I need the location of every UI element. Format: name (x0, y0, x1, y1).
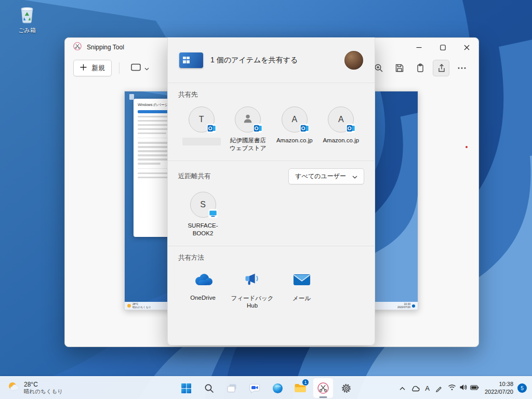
new-snip-button[interactable]: 新規 (73, 60, 112, 76)
nearby-device[interactable]: S SURFACE- BOOK2 (178, 192, 228, 237)
new-snip-label: 新規 (91, 63, 105, 73)
device-name: SURFACE- BOOK2 (188, 222, 218, 237)
outlook-badge-icon (346, 124, 355, 133)
preview-weather-icon (127, 304, 131, 308)
copy-button[interactable] (412, 60, 429, 76)
share-contact[interactable]: A Amazon.co.jp (271, 107, 318, 152)
share-header: 1 個のアイテムを共有する (168, 37, 375, 83)
snipping-tool-app-icon (73, 42, 82, 52)
search-button[interactable] (198, 378, 219, 398)
explorer-notification-badge: 1 (302, 379, 309, 386)
toolbar-divider (119, 62, 119, 74)
contact-avatar: T (189, 107, 215, 132)
contact-avatar: A (282, 107, 308, 132)
maximize-button[interactable] (431, 38, 455, 57)
ime-indicator[interactable]: A (422, 379, 432, 397)
notification-badge[interactable]: 5 (517, 383, 527, 393)
chevron-down-icon (352, 173, 357, 180)
network-volume-battery-group[interactable] (445, 379, 482, 397)
mail-icon (293, 270, 311, 289)
windows-logo-icon (183, 57, 190, 63)
contact-avatar: A (328, 107, 354, 132)
edge-button[interactable] (267, 378, 288, 398)
plus-icon (80, 64, 87, 72)
more-options-button[interactable] (454, 60, 470, 76)
active-app-indicator (320, 396, 327, 398)
nearby-share-label: 近距離共有 (178, 172, 211, 181)
settings-button[interactable] (336, 378, 356, 398)
save-button[interactable] (391, 60, 408, 76)
minimize-button[interactable] (407, 38, 431, 57)
snip-mode-button[interactable] (127, 60, 153, 76)
share-to-section: 共有先 T (168, 83, 375, 161)
share-to-label: 共有先 (178, 90, 364, 99)
wifi-icon (448, 383, 456, 393)
contact-name: Amazon.co.jp (323, 137, 359, 152)
start-button[interactable] (176, 378, 196, 398)
share-flyout: 1 個のアイテムを共有する 共有先 T (167, 37, 375, 345)
file-explorer-button[interactable]: 1 (290, 378, 311, 398)
outlook-badge-icon (300, 124, 309, 133)
recycle-bin-icon (17, 17, 37, 25)
share-contact[interactable]: A Amazon.co.jp (318, 107, 365, 152)
share-app-onedrive[interactable]: OneDrive (178, 270, 228, 309)
pen-tray-icon[interactable] (432, 379, 445, 397)
share-button[interactable] (433, 60, 449, 76)
contact-avatar (235, 107, 261, 132)
outlook-badge-icon (253, 124, 262, 133)
clock-date: 2022/07/20 (485, 388, 513, 396)
device-avatar: S (190, 192, 216, 218)
taskbar-clock[interactable]: 10:38 2022/07/20 (485, 380, 513, 396)
share-contact[interactable]: 紀伊國屋書店 ウェブストア (225, 107, 272, 152)
share-app-feedback-hub[interactable]: フィードバック Hub (228, 270, 277, 309)
rectangle-select-icon (131, 63, 141, 73)
contact-name-redacted (182, 138, 221, 145)
share-via-section: 共有方法 OneDrive (168, 246, 375, 317)
contact-name: Amazon.co.jp (276, 137, 313, 152)
preview-clock: 10:33 2022/07/20 (397, 303, 415, 309)
weather-temp: 28°C (24, 381, 63, 388)
preview-recycle-bin-icon (129, 94, 134, 100)
clock-time: 10:38 (485, 380, 513, 388)
contact-name: 紀伊國屋書店 ウェブストア (230, 137, 267, 152)
red-annotation-dot (466, 146, 468, 148)
device-badge-icon (208, 209, 218, 218)
nearby-share-section: 近距離共有 すべてのユーザー S (168, 161, 375, 246)
user-avatar[interactable] (344, 51, 363, 70)
weather-widget[interactable]: 28°C 晴れのちくもり (2, 378, 68, 398)
taskbar-center: 1 (176, 378, 356, 398)
weather-desc: 晴れのちくもり (24, 388, 63, 395)
share-app-mail[interactable]: メール (277, 270, 326, 309)
task-view-button[interactable] (221, 378, 242, 398)
preview-notification-badge (412, 304, 415, 308)
share-via-label: 共有方法 (178, 254, 364, 262)
person-icon (242, 113, 254, 126)
volume-icon (459, 383, 467, 393)
recycle-bin[interactable]: ごみ箱 (14, 4, 41, 34)
system-tray: A (396, 378, 532, 398)
tray-expand-button[interactable] (396, 379, 408, 397)
share-item-thumbnail (179, 52, 203, 68)
share-title: 1 個のアイテムを共有する (210, 56, 337, 65)
onedrive-tray-icon[interactable] (408, 379, 422, 397)
taskbar: 28°C 晴れのちくもり (0, 376, 532, 399)
onedrive-icon (193, 270, 214, 289)
chevron-down-icon (144, 63, 149, 73)
chat-button[interactable] (244, 378, 265, 398)
battery-icon (470, 383, 479, 393)
share-contact[interactable]: T (178, 107, 225, 152)
preview-weather-widget: 28°C 晴れのちくもり (127, 303, 151, 309)
close-button[interactable] (455, 38, 478, 57)
nearby-filter-dropdown[interactable]: すべてのユーザー (288, 168, 364, 184)
recycle-bin-label: ごみ箱 (14, 26, 41, 34)
window-title: Snipping Tool (87, 44, 124, 51)
snipping-tool-taskbar-button[interactable] (313, 378, 334, 398)
feedback-hub-icon (244, 270, 261, 289)
outlook-badge-icon (207, 124, 216, 133)
weather-icon (7, 381, 20, 395)
